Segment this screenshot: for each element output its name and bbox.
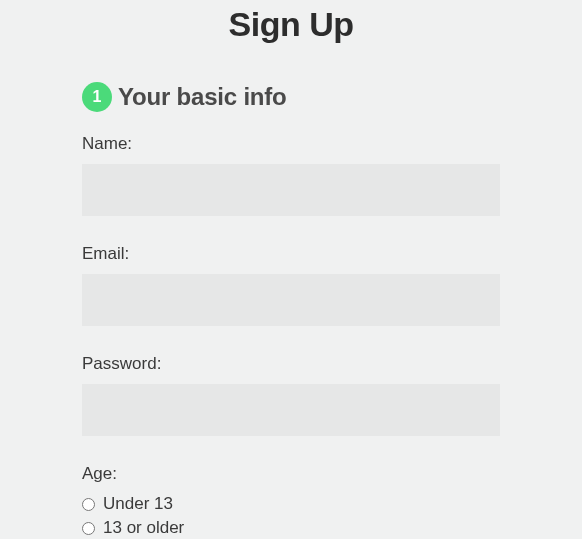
password-input[interactable]: [82, 384, 500, 436]
age-option-under-13[interactable]: Under 13: [82, 494, 500, 514]
age-option-label: Under 13: [103, 494, 173, 514]
name-label: Name:: [82, 134, 500, 154]
step-number-badge: 1: [82, 82, 112, 112]
section-header: 1 Your basic info: [82, 82, 500, 112]
signup-form-container: Sign Up 1 Your basic info Name: Email: P…: [0, 0, 582, 538]
age-option-13-or-older[interactable]: 13 or older: [82, 518, 500, 538]
section-title: Your basic info: [118, 83, 287, 111]
email-input[interactable]: [82, 274, 500, 326]
age-radio-under-13[interactable]: [82, 498, 95, 511]
page-title: Sign Up: [82, 5, 500, 44]
age-label: Age:: [82, 464, 500, 484]
name-group: Name:: [82, 134, 500, 216]
email-group: Email:: [82, 244, 500, 326]
password-group: Password:: [82, 354, 500, 436]
age-option-label: 13 or older: [103, 518, 184, 538]
email-label: Email:: [82, 244, 500, 264]
name-input[interactable]: [82, 164, 500, 216]
age-radio-13-or-older[interactable]: [82, 522, 95, 535]
age-group: Age: Under 13 13 or older: [82, 464, 500, 538]
password-label: Password:: [82, 354, 500, 374]
